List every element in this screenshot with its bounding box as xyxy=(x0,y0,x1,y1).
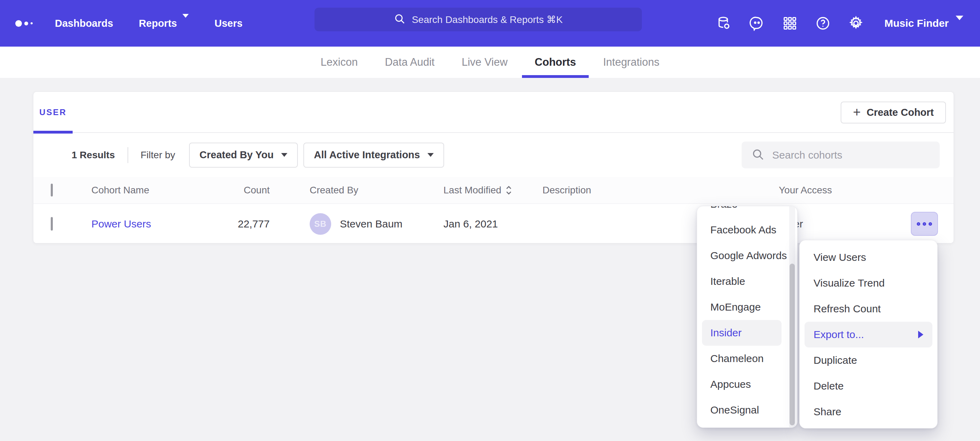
top-nav: Dashboards Reports Users Search Dashboar… xyxy=(0,0,980,46)
context-menu-item[interactable]: Refresh Count xyxy=(800,296,937,322)
chevron-down-icon xyxy=(281,153,287,157)
export-submenu-item[interactable]: OneSignal xyxy=(697,397,797,423)
global-search-input[interactable]: Search Dashboards & Reports ⌘K xyxy=(315,8,642,31)
table-row: Power Users 22,777 SB Steven Baum Jan 6,… xyxy=(33,204,954,244)
dot-icon xyxy=(923,222,926,226)
top-nav-menu: Dashboards Reports Users xyxy=(55,18,243,29)
search-icon xyxy=(751,148,765,162)
column-header-last-modified[interactable]: Last Modified xyxy=(444,185,512,196)
context-menu-item[interactable]: Delete xyxy=(800,373,937,399)
divider xyxy=(127,147,128,163)
chevron-down-icon xyxy=(183,18,189,29)
submenu-arrow-icon xyxy=(918,331,923,339)
results-count: 1 Results xyxy=(72,150,115,161)
top-nav-item[interactable]: Users xyxy=(215,18,243,29)
tab-user[interactable]: USER xyxy=(33,92,73,133)
context-menu-item[interactable]: Share xyxy=(800,399,937,425)
filter-by-label: Filter by xyxy=(141,150,175,161)
filter-row: 1 Results Filter by Created By You All A… xyxy=(33,133,954,177)
integrations-filter[interactable]: All Active Integrations xyxy=(303,142,444,168)
cohort-type-tabs: USER + Create Cohort xyxy=(33,92,954,133)
project-name: Music Finder xyxy=(885,18,949,29)
export-submenu-item[interactable]: Iterable xyxy=(697,268,797,294)
context-menu-item[interactable]: Export to... xyxy=(805,322,932,347)
dot-icon xyxy=(929,222,932,226)
scrollbar-thumb[interactable] xyxy=(789,264,795,425)
export-submenu-item[interactable]: Google Adwords xyxy=(697,243,797,268)
cohort-count: 22,777 xyxy=(207,218,270,230)
global-search-placeholder: Search Dashboards & Reports ⌘K xyxy=(412,14,563,26)
export-submenu-item[interactable]: Appcues xyxy=(697,371,797,397)
chevron-down-icon xyxy=(428,153,434,157)
mixpanel-logo[interactable] xyxy=(15,20,40,27)
created-by-name: Steven Baum xyxy=(340,218,402,230)
data-management-icon[interactable] xyxy=(716,15,732,31)
context-menu-item[interactable]: Visualize Trend xyxy=(800,270,937,296)
export-submenu: Braze Facebook Ads Google Adwords Iterab… xyxy=(697,206,797,428)
column-header-cohort-name[interactable]: Cohort Name xyxy=(91,185,150,196)
row-checkbox[interactable] xyxy=(51,217,53,230)
cohorts-card: USER + Create Cohort 1 Results Filter by… xyxy=(33,91,954,243)
search-cohorts-placeholder: Search cohorts xyxy=(772,149,842,161)
column-header-created-by[interactable]: Created By xyxy=(310,185,358,196)
row-context-menu: View Users Visualize Trend Refresh Count… xyxy=(799,240,938,428)
create-cohort-button[interactable]: + Create Cohort xyxy=(841,102,946,123)
search-icon xyxy=(394,13,406,26)
select-all-checkbox[interactable] xyxy=(51,184,53,197)
section-tab[interactable]: Cohorts xyxy=(522,46,589,78)
export-submenu-item[interactable]: Facebook Ads xyxy=(697,217,797,243)
column-header-count[interactable]: Count xyxy=(207,185,270,196)
export-submenu-item[interactable]: MoEngage xyxy=(697,294,797,320)
export-submenu-list: Braze Facebook Ads Google Adwords Iterab… xyxy=(697,206,797,423)
dot-icon xyxy=(917,222,920,226)
help-icon[interactable] xyxy=(815,15,831,31)
export-submenu-item[interactable]: Insider xyxy=(702,320,781,346)
column-header-your-access[interactable]: Your Access xyxy=(779,185,832,196)
section-tab[interactable]: Integrations xyxy=(590,46,672,78)
top-nav-item[interactable]: Dashboards xyxy=(55,18,113,29)
export-submenu-item[interactable]: Chameleon xyxy=(697,346,797,371)
avatar: SB xyxy=(310,213,331,235)
top-nav-item[interactable]: Reports xyxy=(139,18,189,29)
column-header-description[interactable]: Description xyxy=(542,185,591,196)
context-menu-item[interactable]: Duplicate xyxy=(800,347,937,373)
row-actions-button[interactable] xyxy=(911,212,938,236)
project-switcher[interactable]: Music Finder xyxy=(885,18,963,29)
cohort-name-link[interactable]: Power Users xyxy=(91,218,151,230)
section-tab[interactable]: Live View xyxy=(449,46,520,78)
section-tab[interactable]: Data Audit xyxy=(372,46,447,78)
table-header: Cohort Name Count Created By Last Modifi… xyxy=(33,177,954,204)
chevron-down-icon xyxy=(956,20,963,26)
created-by-filter[interactable]: Created By You xyxy=(189,142,298,168)
export-submenu-item[interactable]: Braze xyxy=(697,206,797,217)
search-cohorts-input[interactable]: Search cohorts xyxy=(741,142,940,168)
last-modified-date: Jan 6, 2021 xyxy=(444,218,498,230)
apps-grid-icon[interactable] xyxy=(782,15,798,31)
section-tabs: Lexicon Data Audit Live View Cohorts Int… xyxy=(0,46,980,78)
app-screen: Dashboards Reports Users Search Dashboar… xyxy=(0,0,980,441)
settings-gear-icon[interactable] xyxy=(848,15,864,31)
context-menu-list: View Users Visualize Trend Refresh Count… xyxy=(800,244,937,425)
context-menu-item[interactable]: View Users xyxy=(800,244,937,270)
feedback-icon[interactable] xyxy=(749,15,765,31)
sort-icon xyxy=(505,185,512,195)
section-tab[interactable]: Lexicon xyxy=(308,46,371,78)
top-nav-right: Music Finder xyxy=(716,0,980,46)
